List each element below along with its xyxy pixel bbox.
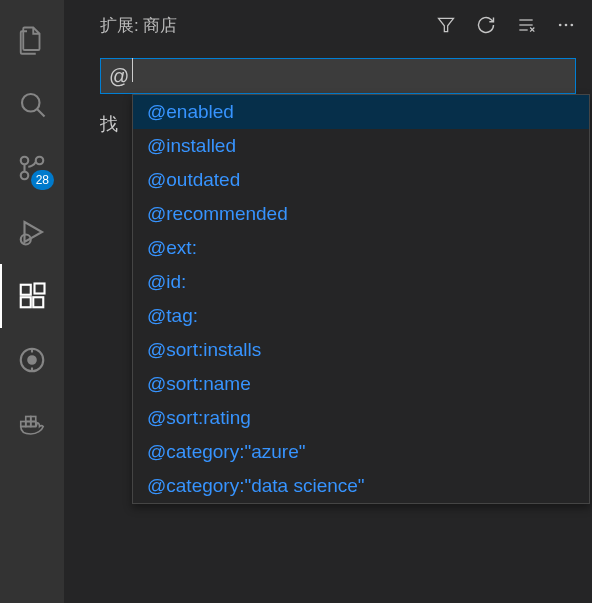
refresh-icon — [476, 15, 496, 35]
activity-search[interactable] — [0, 72, 64, 136]
sidebar-header: 扩展: 商店 — [64, 0, 592, 50]
svg-point-27 — [565, 24, 568, 27]
svg-marker-20 — [439, 18, 454, 31]
svg-point-12 — [28, 356, 36, 364]
suggestion-item[interactable]: @enabled — [133, 95, 589, 129]
text-caret — [132, 58, 133, 82]
suggestion-item[interactable]: @sort:installs — [133, 333, 589, 367]
filter-icon — [436, 15, 456, 35]
suggestion-item[interactable]: @category:"data science" — [133, 469, 589, 503]
more-button[interactable] — [556, 15, 576, 35]
remote-icon — [17, 345, 47, 375]
svg-point-3 — [21, 172, 29, 180]
clear-icon — [516, 14, 536, 36]
activity-bar: 28 — [0, 0, 64, 603]
suggestion-item[interactable]: @sort:name — [133, 367, 589, 401]
docker-icon — [17, 409, 47, 439]
svg-rect-8 — [21, 297, 31, 307]
suggestion-item[interactable]: @category:"azure" — [133, 435, 589, 469]
svg-point-0 — [22, 94, 40, 112]
suggestion-item[interactable]: @installed — [133, 129, 589, 163]
extensions-search-input[interactable] — [100, 58, 576, 94]
search-suggestions: @enabled@installed@outdated@recommended@… — [132, 94, 590, 504]
search-icon — [17, 89, 47, 119]
svg-point-2 — [36, 157, 44, 165]
header-actions — [436, 15, 576, 35]
debug-icon — [17, 217, 47, 247]
activity-source-control[interactable]: 28 — [0, 136, 64, 200]
sidebar-title: 扩展: 商店 — [100, 14, 436, 37]
activity-run-debug[interactable] — [0, 200, 64, 264]
suggestion-item[interactable]: @outdated — [133, 163, 589, 197]
svg-point-4 — [21, 157, 29, 165]
more-icon — [556, 15, 576, 35]
svg-point-26 — [559, 24, 562, 27]
svg-point-28 — [571, 24, 574, 27]
suggestion-item[interactable]: @tag: — [133, 299, 589, 333]
svg-marker-5 — [25, 222, 43, 242]
files-icon — [17, 25, 47, 55]
activity-docker[interactable] — [0, 392, 64, 456]
extensions-icon — [17, 281, 47, 311]
refresh-button[interactable] — [476, 15, 496, 35]
activity-explorer[interactable] — [0, 8, 64, 72]
suggestion-item[interactable]: @recommended — [133, 197, 589, 231]
svg-rect-10 — [35, 284, 45, 294]
suggestion-item[interactable]: @ext: — [133, 231, 589, 265]
filter-button[interactable] — [436, 15, 456, 35]
suggestion-item[interactable]: @sort:rating — [133, 401, 589, 435]
svg-rect-9 — [33, 297, 43, 307]
scm-badge: 28 — [31, 170, 54, 190]
svg-line-1 — [37, 109, 45, 117]
svg-rect-19 — [31, 417, 36, 422]
svg-rect-7 — [21, 285, 31, 295]
activity-remote[interactable] — [0, 328, 64, 392]
clear-button[interactable] — [516, 15, 536, 35]
suggestion-item[interactable]: @id: — [133, 265, 589, 299]
activity-extensions[interactable] — [0, 264, 64, 328]
